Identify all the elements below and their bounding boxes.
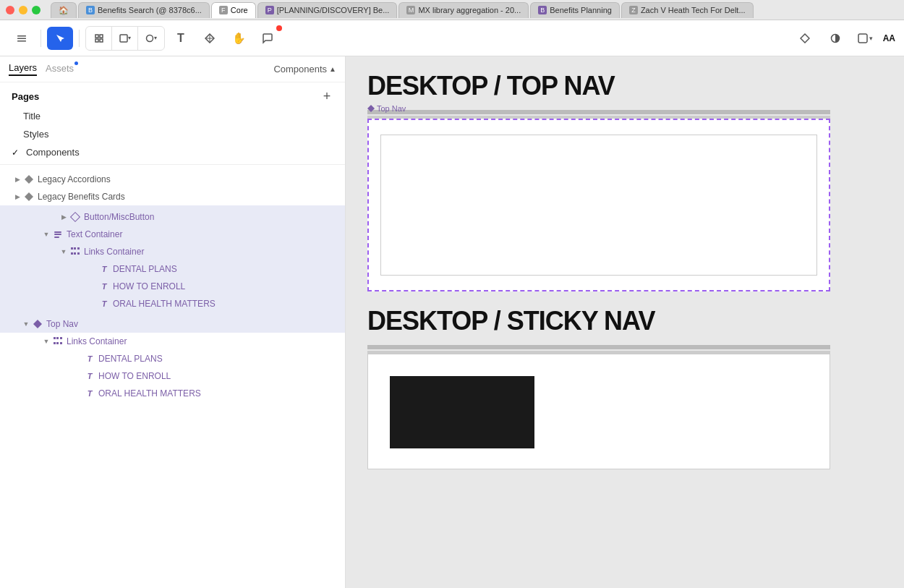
layer-item-oral-1[interactable]: ▶ T ORAL HEALTH MATTERS <box>0 295 345 312</box>
browser-tab-zach-label: Zach V Heath Tech For Delt... <box>641 6 746 14</box>
svg-rect-2 <box>17 41 26 42</box>
zoom-aa-label[interactable]: AA <box>883 33 895 43</box>
layer-label-top-nav: Top Nav <box>46 319 78 329</box>
layer-item-legacy-accordions[interactable]: ▶ Legacy Accordions <box>0 171 345 188</box>
sticky-nav-section: DESKTOP / STICKY NAV <box>367 306 830 469</box>
layer-label-oral-2: ORAL HEALTH MATTERS <box>98 388 201 399</box>
select-arrow-icon <box>55 33 65 43</box>
layer-label-legacy-accordions: Legacy Accordions <box>38 174 111 184</box>
canvas-area[interactable]: DESKTOP / TOP NAV Top Nav <box>346 56 904 588</box>
frame-label-topnav: Top Nav <box>367 104 406 113</box>
layers-panel-toggle[interactable] <box>9 27 35 50</box>
frame-tool-btn[interactable] <box>86 27 112 50</box>
layer-item-links-container-2[interactable]: ▼ Links Container <box>0 333 345 350</box>
hand-tool-btn[interactable]: ✋ <box>226 27 252 50</box>
browser-tabs-bar: 🏠 B Benefits Search (@ 8378c6... F Core … <box>51 0 898 20</box>
pages-section-title: Pages <box>12 91 39 102</box>
contrast-btn[interactable] <box>822 27 848 50</box>
layer-item-enroll-1[interactable]: ▶ T HOW TO ENROLL <box>0 278 345 295</box>
svg-marker-15 <box>367 105 375 112</box>
svg-rect-6 <box>100 39 103 42</box>
layer-item-top-nav[interactable]: ▼ Top Nav <box>0 315 345 333</box>
pages-section-header: Pages + <box>0 82 345 107</box>
tab-favicon-mx: M <box>406 6 415 14</box>
page-components-label: Components <box>26 147 80 158</box>
text-tool-btn[interactable]: T <box>168 27 194 50</box>
frame-icon <box>94 33 104 43</box>
svg-rect-3 <box>95 35 98 38</box>
page-item-styles[interactable]: Styles <box>0 125 345 143</box>
canvas-frame-topnav-wrapper[interactable]: Top Nav <box>367 119 830 291</box>
inspect-icon <box>800 33 810 43</box>
browser-tab-benefits-search[interactable]: B Benefits Search (@ 8378c6... <box>78 2 210 18</box>
canvas-frame-topnav[interactable] <box>367 119 830 291</box>
svg-rect-0 <box>17 35 26 37</box>
main-area: Layers Assets Components ▲ Pages + Title… <box>0 56 904 588</box>
layer-label-links-container-1: Links Container <box>84 247 144 257</box>
tab-favicon-core: F <box>219 6 228 14</box>
layer-icon-text-container <box>52 229 64 240</box>
browser-tab-zach[interactable]: Z Zach V Heath Tech For Delt... <box>621 2 754 18</box>
share-btn[interactable]: ▾ <box>853 27 879 50</box>
canvas-frame-stickynav[interactable] <box>367 354 830 469</box>
comment-notification-dot <box>276 25 282 31</box>
pen-dropdown-btn[interactable]: ▾ <box>138 27 164 50</box>
toolbar-right: ▾ AA <box>792 27 895 50</box>
toolbar: ▾ ▾ T ✋ <box>0 20 904 56</box>
inspect-btn[interactable] <box>792 27 818 50</box>
tab-favicon-bp: B <box>538 6 547 14</box>
browser-tab-core[interactable]: F Core <box>211 2 256 18</box>
topnav-frame-inner <box>369 120 829 290</box>
collapse-icon: ▼ <box>40 336 52 347</box>
page-item-title[interactable]: Title <box>0 107 345 125</box>
tab-layers[interactable]: Layers <box>9 62 37 76</box>
section-title-top-nav: DESKTOP / TOP NAV <box>367 71 830 101</box>
browser-tab-mx[interactable]: M MX library aggregation - 20... <box>398 2 529 18</box>
layer-item-text-container[interactable]: ▼ Text Container <box>0 226 345 243</box>
sticky-top-bar-1 <box>367 345 830 349</box>
layer-item-dental-2[interactable]: ▶ T DENTAL PLANS <box>0 350 345 367</box>
tab-favicon-benefits: B <box>86 6 95 14</box>
svg-rect-5 <box>95 39 98 42</box>
layer-item-legacy-benefits-cards[interactable]: ▶ Legacy Benefits Cards <box>0 188 345 205</box>
comment-icon <box>262 33 273 44</box>
traffic-light-minimize[interactable] <box>19 6 27 14</box>
panel-divider <box>0 164 345 165</box>
chevron-up-icon: ▲ <box>329 65 336 73</box>
layer-item-button-misc[interactable]: ▶ Button/MiscButton <box>0 208 345 226</box>
browser-chrome: 🏠 B Benefits Search (@ 8378c6... F Core … <box>0 0 904 20</box>
select-tool-btn[interactable] <box>47 27 73 50</box>
svg-rect-4 <box>100 35 103 38</box>
page-item-components[interactable]: ✓ Components <box>0 143 345 161</box>
browser-tab-benefits-planning[interactable]: B Benefits Planning <box>530 2 620 18</box>
home-icon: 🏠 <box>59 6 69 15</box>
add-page-btn[interactable]: + <box>320 90 333 103</box>
component-tool-btn[interactable] <box>197 27 223 50</box>
layer-label-button-misc: Button/MiscButton <box>84 212 154 222</box>
browser-tab-bp-label: Benefits Planning <box>550 6 612 14</box>
browser-tab-home[interactable]: 🏠 <box>51 2 77 18</box>
layer-item-links-container-1[interactable]: ▼ Links Container <box>0 243 345 260</box>
browser-tab-label: Benefits Search (@ 8378c6... <box>98 6 202 14</box>
collapse-icon: ▶ <box>12 174 23 185</box>
shape-dropdown-btn[interactable]: ▾ <box>112 27 138 50</box>
browser-tab-planning-label: [PLANNING/DISCOVERY] Be... <box>277 6 390 14</box>
tab-assets[interactable]: Assets <box>46 63 74 75</box>
collapse-icon: ▼ <box>58 246 69 257</box>
browser-tab-planning[interactable]: P [PLANNING/DISCOVERY] Be... <box>257 2 398 18</box>
layer-item-oral-2[interactable]: ▶ T ORAL HEALTH MATTERS <box>0 385 345 402</box>
traffic-light-close[interactable] <box>6 6 14 14</box>
section-title-sticky-nav: DESKTOP / STICKY NAV <box>367 306 830 336</box>
components-panel-btn[interactable]: Components ▲ <box>273 64 336 74</box>
browser-tab-core-label: Core <box>231 6 248 14</box>
layers-icon <box>16 33 27 44</box>
layer-item-dental-1[interactable]: ▶ T DENTAL PLANS <box>0 260 345 278</box>
canvas-content: DESKTOP / TOP NAV Top Nav <box>346 56 852 484</box>
comment-tool-btn[interactable] <box>255 27 281 50</box>
tab-favicon-planning: P <box>265 6 274 14</box>
traffic-light-fullscreen[interactable] <box>32 6 40 14</box>
layer-icon-links-container-2 <box>52 336 64 347</box>
top-bar-1 <box>367 110 830 114</box>
layer-item-enroll-2[interactable]: ▶ T HOW TO ENROLL <box>0 367 345 385</box>
component-frame-icon <box>367 105 375 112</box>
